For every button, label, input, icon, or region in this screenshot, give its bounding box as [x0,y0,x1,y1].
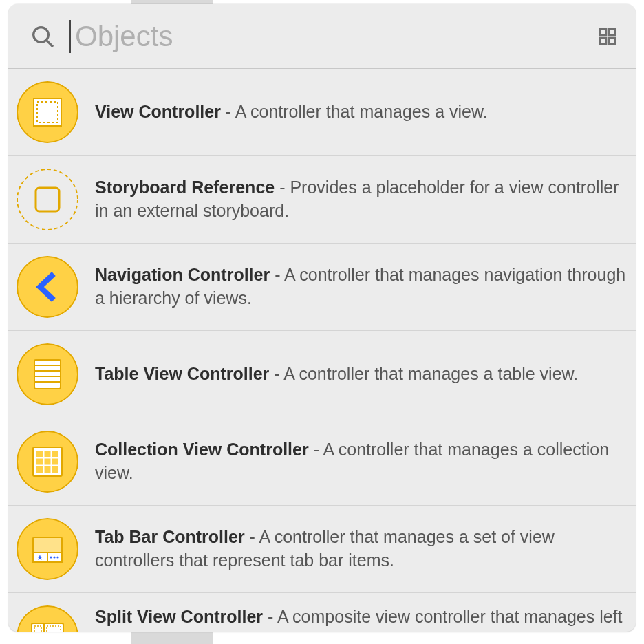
list-item-text: Storyboard Reference - Provides a placeh… [95,176,630,223]
tab-bar-controller-icon: ★ [17,518,78,580]
grid-view-toggle[interactable] [594,23,621,50]
svg-point-11 [17,257,78,317]
item-title: Storyboard Reference [95,178,275,197]
svg-line-1 [47,40,53,46]
svg-rect-5 [609,37,615,43]
item-separator: - [309,440,323,459]
item-separator: - [270,265,284,284]
item-title: Split View Controller [95,607,263,626]
list-item[interactable]: Split View Controller - A composite view… [8,593,636,632]
svg-text:★: ★ [36,553,43,561]
svg-rect-3 [609,28,615,34]
svg-point-35 [53,556,55,558]
svg-rect-41 [47,626,61,632]
svg-rect-2 [600,28,606,34]
svg-point-36 [56,556,58,558]
svg-rect-20 [36,451,43,457]
item-description: A controller that manages a view. [235,102,488,121]
svg-point-34 [50,556,52,558]
svg-point-0 [34,27,49,42]
list-item[interactable]: Storyboard Reference - Provides a placeh… [8,156,636,244]
item-title: Collection View Controller [95,440,309,459]
svg-rect-23 [36,459,43,465]
list-item-text: Navigation Controller - A controller tha… [95,264,630,310]
list-item[interactable]: ★ Tab Bar Controller - A controller that… [8,506,636,593]
split-view-controller-icon [17,605,78,632]
text-caret [69,20,71,53]
svg-rect-26 [36,466,43,473]
list-item-text: Tab Bar Controller - A controller that m… [95,526,630,572]
item-separator: - [263,607,277,626]
table-view-controller-icon [17,343,78,405]
svg-rect-22 [52,451,58,457]
item-title: Tab Bar Controller [95,527,245,546]
svg-rect-28 [52,466,58,473]
search-input[interactable] [69,14,582,58]
list-item[interactable]: Navigation Controller - A controller tha… [8,244,636,331]
item-separator: - [275,178,290,197]
svg-rect-10 [36,188,59,211]
list-item-text: Collection View Controller - A controlle… [95,438,630,485]
collection-view-controller-icon [17,431,78,493]
item-title: View Controller [95,102,221,121]
svg-rect-8 [37,102,58,122]
svg-rect-21 [45,451,51,457]
item-separator: - [269,364,283,383]
svg-rect-13 [34,360,61,389]
list-item[interactable]: Collection View Controller - A controlle… [8,418,636,506]
list-item[interactable]: View Controller - A controller that mana… [8,69,636,156]
item-title: Table View Controller [95,364,269,383]
svg-point-9 [17,169,78,230]
view-controller-icon [17,81,78,143]
list-item-text: Split View Controller - A composite view… [95,605,630,629]
item-title: Navigation Controller [95,265,270,284]
svg-rect-4 [600,37,606,43]
svg-rect-27 [45,466,51,473]
navigation-controller-icon [17,256,78,318]
item-separator: - [221,102,235,121]
svg-rect-24 [45,459,51,465]
list-item[interactable]: Table View Controller - A controller tha… [8,331,636,418]
object-list[interactable]: View Controller - A controller that mana… [8,69,636,632]
storyboard-reference-icon [17,169,78,230]
list-item-text: View Controller - A controller that mana… [95,100,630,124]
svg-rect-25 [52,459,58,465]
item-separator: - [245,527,259,546]
svg-rect-40 [34,626,41,632]
object-library-panel: View Controller - A controller that mana… [8,4,636,632]
item-description: A composite view controller that manages… [277,607,623,626]
toolbar [8,4,636,69]
item-description: A controller that manages a table view. [283,364,578,383]
search-icon [29,23,56,50]
list-item-text: Table View Controller - A controller tha… [95,363,630,386]
